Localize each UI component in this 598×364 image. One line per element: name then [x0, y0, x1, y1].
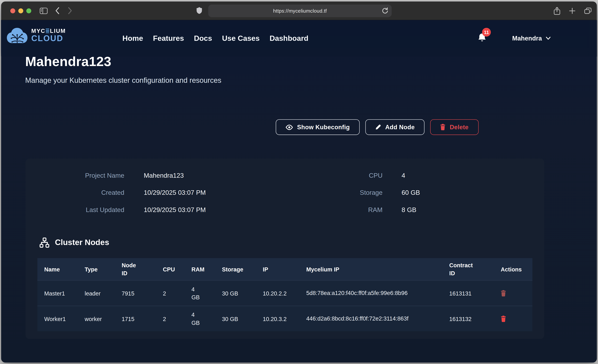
site-logo[interactable]: MYCLIUM CLOUD: [7, 27, 66, 44]
col-type: Type: [78, 266, 115, 273]
info-label: CPU: [268, 171, 382, 180]
cell-contract-id: 1613132: [442, 315, 494, 322]
cell-mycelium-ip: 5d8:78ea:a120:f40c:ff0f:a5fe:99e6:8b96: [299, 288, 442, 298]
reload-icon[interactable]: [382, 7, 388, 14]
nav-item-features[interactable]: Features: [153, 34, 184, 43]
info-label: Created: [25, 188, 124, 198]
cell-actions: [494, 315, 532, 322]
back-icon[interactable]: [55, 7, 59, 14]
notifications-button[interactable]: 11: [478, 33, 487, 43]
cell-mycelium-ip: 446:d2a6:8bcd:8c16:ff0f:72e2:3114:863f: [299, 314, 442, 324]
col-ram: RAM: [184, 266, 215, 273]
chevron-down-icon: [546, 37, 551, 40]
window-controls: [10, 8, 31, 13]
delete-node-button[interactable]: [501, 290, 506, 296]
trash-icon: [440, 124, 446, 130]
toolbar-right-icons: [554, 1, 591, 20]
trash-icon: [501, 290, 506, 296]
info-value: 10/29/2025 03:07 PM: [144, 206, 206, 215]
info-label: Project Name: [25, 171, 124, 180]
mycelium-cloud-logo-icon: [7, 27, 28, 44]
cell-name: Master1: [37, 290, 78, 296]
cell-cpu: 2: [156, 290, 184, 296]
col-node-id: Node ID: [115, 261, 156, 277]
address-bar[interactable]: https://myceliumcloud.tf: [208, 4, 392, 17]
info-value: 8 GB: [402, 206, 420, 215]
browser-toolbar: https://myceliumcloud.tf: [1, 1, 597, 20]
tab-overview-icon[interactable]: [584, 8, 591, 14]
trash-icon: [501, 315, 506, 322]
nav-item-dashboard[interactable]: Dashboard: [270, 34, 308, 43]
cluster-details-card: Project Name Mahendra123 Created 10/29/2…: [25, 159, 544, 339]
url-text: https://myceliumcloud.tf: [273, 8, 327, 13]
new-tab-icon[interactable]: [569, 8, 575, 14]
nav-item-docs[interactable]: Docs: [194, 34, 212, 43]
cluster-actions: Show Kubeconfig Add Node: [276, 119, 478, 135]
col-ip: IP: [256, 266, 299, 273]
share-icon[interactable]: [554, 7, 560, 15]
add-node-button[interactable]: Add Node: [365, 119, 425, 135]
info-label: Last Updated: [25, 206, 124, 215]
cluster-nodes-header: Cluster Nodes: [39, 237, 109, 248]
info-value: 10/29/2025 03:07 PM: [144, 188, 206, 198]
screenshot-stage: https://myceliumcloud.tf: [0, 0, 598, 364]
forward-icon[interactable]: [68, 7, 72, 14]
eye-icon: [286, 124, 293, 130]
cell-storage: 30 GB: [215, 290, 256, 296]
cell-node-id: 1715: [115, 315, 156, 322]
page-subtitle: Manage your Kubernetes cluster configura…: [25, 76, 221, 85]
logo-line1: MYCLIUM: [31, 28, 66, 33]
cell-ram: 4 GB: [184, 285, 215, 301]
minimize-window-button[interactable]: [18, 8, 23, 13]
privacy-shield-icon[interactable]: [196, 7, 202, 14]
info-label: Storage: [268, 188, 382, 198]
col-mycelium-ip: Mycelium IP: [299, 266, 442, 273]
show-kubeconfig-button[interactable]: Show Kubeconfig: [276, 119, 360, 135]
col-name: Name: [37, 266, 78, 273]
logo-e-bars-icon: [46, 29, 50, 33]
cell-node-id: 7915: [115, 290, 156, 296]
table-row-master1: Master1 leader 7915 2 4 GB 30 GB 10.20.2…: [37, 280, 532, 306]
nodes-table: Name Type Node ID CPU RAM Storage IP Myc…: [37, 258, 532, 331]
page-content: Mahendra123: [1, 20, 597, 363]
col-contract-id: Contract ID: [442, 261, 494, 277]
delete-cluster-button[interactable]: Delete: [430, 119, 479, 135]
project-info-left: Project Name Mahendra123 Created 10/29/2…: [25, 171, 206, 215]
info-value: 60 GB: [402, 188, 420, 198]
delete-node-button[interactable]: [501, 315, 506, 322]
notification-badge: 11: [482, 28, 491, 37]
logo-line2: CLOUD: [31, 35, 66, 43]
cell-ram: 4 GB: [184, 311, 215, 327]
nav-item-home[interactable]: Home: [123, 34, 143, 43]
user-menu[interactable]: Mahendra: [512, 20, 551, 56]
browser-window: https://myceliumcloud.tf: [1, 1, 597, 363]
main-nav: Home Features Docs Use Cases Dashboard: [123, 20, 308, 56]
cell-contract-id: 1613131: [442, 290, 494, 296]
info-label: RAM: [268, 206, 382, 215]
col-actions: Actions: [494, 266, 532, 273]
cell-actions: [494, 290, 532, 296]
logo-text: MYCLIUM CLOUD: [31, 28, 66, 43]
col-storage: Storage: [215, 266, 256, 273]
cell-cpu: 2: [156, 315, 184, 322]
pencil-icon: [375, 124, 381, 130]
col-cpu: CPU: [156, 266, 184, 273]
cell-type: leader: [78, 290, 115, 296]
nav-item-use-cases[interactable]: Use Cases: [222, 34, 260, 43]
cell-name: Worker1: [37, 315, 78, 322]
cell-type: worker: [78, 315, 115, 322]
table-row-worker1: Worker1 worker 1715 2 4 GB 30 GB 10.20.3…: [37, 306, 532, 331]
cell-storage: 30 GB: [215, 315, 256, 322]
site-header: MYCLIUM CLOUD Home Features Docs Use Cas…: [1, 20, 597, 56]
sidebar-toggle-icon[interactable]: [40, 8, 48, 14]
info-value: 4: [402, 171, 420, 180]
project-info-right: CPU 4 Storage 60 GB RAM 8 GB: [268, 171, 420, 215]
nodes-table-header: Name Type Node ID CPU RAM Storage IP Myc…: [37, 258, 532, 280]
user-name: Mahendra: [512, 35, 542, 42]
cell-ip: 10.20.2.2: [256, 290, 299, 296]
zoom-window-button[interactable]: [26, 8, 31, 13]
hierarchy-icon: [39, 237, 50, 248]
cluster-nodes-title: Cluster Nodes: [55, 238, 109, 247]
cell-ip: 10.20.3.2: [256, 315, 299, 322]
close-window-button[interactable]: [10, 8, 15, 13]
